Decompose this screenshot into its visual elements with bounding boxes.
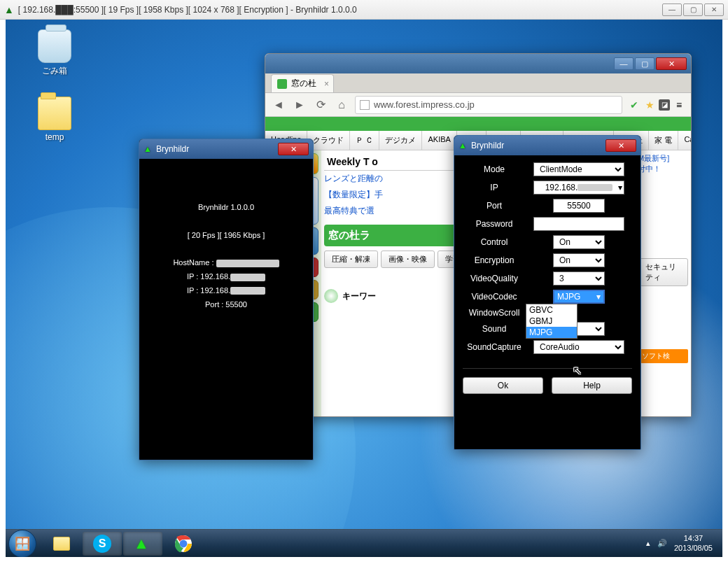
outer-titlebar[interactable]: ▲ [ 192.168.███:55500 ][ 19 Fps ][ 1958 … — [0, 0, 728, 20]
back-button[interactable]: ◄ — [271, 97, 286, 113]
soft-search-button[interactable]: ソフト検 — [638, 349, 688, 363]
minimize-button[interactable]: — — [662, 3, 682, 16]
clock[interactable]: 14:37 2013/08/05 — [674, 534, 713, 552]
settings-close-button[interactable]: ✕ — [606, 139, 636, 152]
browser-tab-strip: 窓の杜 × — [265, 73, 691, 93]
videocodec-dropdown: GBVC GBMJ MJPG — [526, 304, 578, 339]
tray-arrow-icon[interactable]: ▴ — [646, 539, 650, 548]
page-icon — [360, 100, 370, 110]
taskbar: 🪟 S ▲ ▴ 🔊 14:37 2013/08/05 — [6, 529, 722, 557]
volume-icon[interactable]: 🔊 — [657, 539, 667, 548]
browser-toolbar: ◄ ► ⟳ ⌂ www.forest.impress.co.jp ✔ ★ ◪ ≡ — [265, 93, 691, 117]
reload-button[interactable]: ⟳ — [313, 97, 328, 113]
control-label: Control — [463, 237, 526, 247]
favicon-icon — [277, 79, 287, 89]
app-icon: ▲ — [4, 4, 14, 15]
tab-title: 窓の杜 — [291, 78, 316, 90]
status-ip2-line: IP : 192.168. — [146, 284, 306, 298]
status-port-line: Port : 55500 — [146, 298, 306, 312]
password-label: Password — [463, 219, 526, 229]
system-tray[interactable]: ▴ 🔊 14:37 2013/08/05 — [646, 534, 720, 552]
status-host-line: HostName : — [146, 256, 306, 270]
nav-item[interactable]: クラウド — [307, 131, 350, 150]
settings-window[interactable]: ▲ Brynhildr ✕ Mode ClientMode IP 192.168… — [454, 135, 641, 450]
settings-titlebar[interactable]: ▲ Brynhildr ✕ — [454, 136, 640, 155]
recycle-bin-label: ごみ箱 — [27, 65, 83, 77]
browser-minimize-button[interactable]: — — [614, 57, 634, 70]
app-icon: ▲ — [458, 141, 467, 150]
nav-item[interactable]: 家 電 — [649, 131, 678, 150]
windowscroll-label: WindowScroll — [463, 308, 526, 318]
right-link[interactable]: M最新号] — [638, 154, 669, 162]
status-title-text: Brynhildr — [156, 144, 189, 154]
browser-tab[interactable]: 窓の杜 × — [271, 74, 334, 92]
ip-label: IP — [463, 183, 526, 192]
trash-icon — [38, 29, 71, 63]
status-close-button[interactable]: ✕ — [278, 143, 309, 155]
status-app-line: Brynhildr 1.0.0.0 — [146, 201, 306, 215]
port-input[interactable] — [553, 199, 605, 213]
status-titlebar[interactable]: ▲ Brynhildr ✕ — [139, 139, 313, 159]
nav-item[interactable]: Car — [678, 131, 691, 150]
clock-time: 14:37 — [674, 534, 713, 543]
menu-icon[interactable]: ≡ — [673, 99, 685, 111]
videoquality-label: VideoQuality — [463, 274, 526, 283]
secure-icon[interactable]: ✔ — [628, 99, 640, 111]
dropdown-option[interactable]: GBVC — [526, 304, 577, 316]
outer-app-window: ▲ [ 192.168.███:55500 ][ 19 Fps ][ 1958 … — [0, 0, 728, 564]
nav-item[interactable]: AKIBA — [422, 131, 456, 150]
ok-button[interactable]: Ok — [463, 377, 543, 394]
remote-desktop-viewport[interactable]: ごみ箱 temp — ▢ ✕ 窓の杜 × — [6, 20, 722, 557]
start-button[interactable]: 🪟 — [8, 530, 36, 558]
mode-select[interactable]: ClientMode — [533, 162, 624, 176]
star-icon[interactable]: ★ — [643, 99, 656, 111]
soundcapture-label: SoundCapture — [463, 342, 526, 352]
temp-folder-icon[interactable]: temp — [27, 97, 83, 142]
settings-body: Mode ClientMode IP 192.168.▾ Port Passwo… — [454, 155, 640, 402]
close-button[interactable]: ✕ — [704, 3, 724, 16]
encryption-select[interactable]: On — [553, 253, 605, 267]
nav-item[interactable]: デジカメ — [379, 131, 422, 150]
brynhildr-taskbar-button[interactable]: ▲ — [123, 532, 162, 556]
help-button[interactable]: Help — [552, 377, 632, 394]
password-input[interactable] — [533, 217, 624, 231]
tab-close-icon[interactable]: × — [324, 79, 329, 89]
browser-close-button[interactable]: ✕ — [656, 57, 687, 70]
outer-title-text: [ 192.168.███:55500 ][ 19 Fps ][ 1958 Kb… — [18, 5, 357, 15]
encryption-label: Encryption — [463, 255, 526, 265]
forward-button[interactable]: ► — [292, 97, 307, 113]
temp-folder-label: temp — [27, 132, 83, 142]
videoquality-select[interactable]: 3 — [553, 272, 605, 285]
url-text: www.forest.impress.co.jp — [374, 99, 475, 110]
app-icon: ▲ — [144, 144, 152, 154]
maximize-button[interactable]: ▢ — [683, 3, 703, 16]
status-body: Brynhildr 1.0.0.0 [ 20 Fps ][ 1965 Kbps … — [139, 159, 313, 353]
dropdown-option[interactable]: GBMJ — [526, 316, 577, 327]
browser-titlebar[interactable]: — ▢ ✕ — [265, 54, 691, 73]
status-stats-line: [ 20 Fps ][ 1965 Kbps ] — [146, 229, 306, 243]
status-ip1-line: IP : 192.168. — [146, 270, 306, 284]
category-button[interactable]: 画像・映像 — [381, 251, 435, 268]
videocodec-label: VideoCodec — [463, 292, 526, 302]
settings-title-text: Brynhildr — [471, 141, 504, 150]
category-button[interactable]: セキュリティ — [638, 258, 688, 286]
ip-select[interactable]: 192.168.▾ — [533, 181, 624, 195]
clock-date: 2013/08/05 — [674, 544, 713, 553]
home-button[interactable]: ⌂ — [334, 97, 349, 113]
category-button[interactable]: 圧縮・解凍 — [324, 251, 378, 268]
status-window[interactable]: ▲ Brynhildr ✕ Brynhildr 1.0.0.0 [ 20 Fps… — [139, 139, 314, 460]
chrome-taskbar-button[interactable] — [164, 532, 203, 556]
sound-label: Sound — [463, 324, 526, 334]
extension-icon[interactable]: ◪ — [659, 99, 670, 111]
control-select[interactable]: On — [553, 235, 605, 249]
skype-taskbar-button[interactable]: S — [83, 532, 122, 556]
soundcapture-select[interactable]: CoreAudio — [533, 340, 624, 354]
recycle-bin-icon[interactable]: ごみ箱 — [27, 29, 83, 77]
address-bar[interactable]: www.forest.impress.co.jp — [355, 96, 622, 114]
videocodec-select[interactable]: MJPG▾ — [553, 290, 605, 304]
folder-icon — [38, 97, 71, 130]
browser-maximize-button[interactable]: ▢ — [635, 57, 654, 70]
nav-item[interactable]: Ｐ Ｃ — [350, 131, 379, 150]
dropdown-option-selected[interactable]: MJPG — [526, 327, 577, 338]
explorer-taskbar-button[interactable] — [42, 532, 81, 556]
